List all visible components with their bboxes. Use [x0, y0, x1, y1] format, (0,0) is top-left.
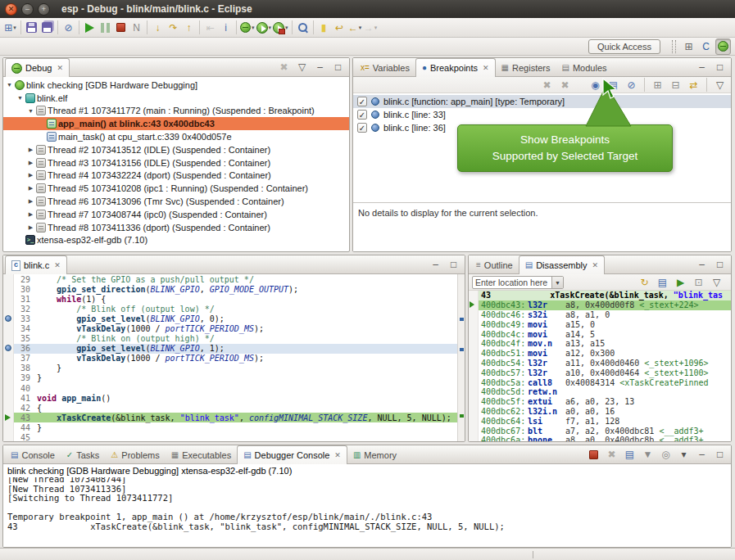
- tab-debug[interactable]: Debug✕: [5, 58, 70, 77]
- save-button[interactable]: [24, 20, 39, 36]
- maximize-window-button[interactable]: +: [38, 3, 50, 16]
- disassembly-row[interactable]: 400dbc51:movia12, 0x300: [469, 349, 731, 359]
- maximize-button[interactable]: □: [712, 256, 728, 273]
- code-line[interactable]: 31 while(1) {: [3, 294, 457, 304]
- sync-with-pc-button[interactable]: ▶: [673, 274, 688, 291]
- code-line[interactable]: 42{: [3, 403, 457, 413]
- expand-arrow-icon[interactable]: ▶: [26, 147, 35, 153]
- save-all-button[interactable]: [39, 20, 55, 36]
- editor-annotation-ruler[interactable]: [3, 274, 14, 284]
- new-wizard-button[interactable]: ⊞▾: [2, 20, 18, 36]
- debug-tree-row[interactable]: ▶Thread #4 1073432224 (dport) (Suspended…: [3, 169, 349, 183]
- code-line[interactable]: 43 xTaskCreate(&blink_task, "blink_task"…: [3, 413, 457, 422]
- terminate-button[interactable]: [586, 446, 601, 463]
- expand-all-button[interactable]: ⊞: [650, 77, 665, 93]
- link-with-debug-view-button[interactable]: ⇄: [686, 77, 701, 93]
- editor-annotation-ruler[interactable]: [3, 344, 14, 354]
- debug-tree-row[interactable]: ▼blink.elf: [3, 92, 349, 105]
- tab-registers[interactable]: ▦Registers: [496, 59, 556, 76]
- editor-annotation-ruler[interactable]: [3, 354, 14, 364]
- expand-arrow-icon[interactable]: ▶: [26, 160, 35, 166]
- location-input[interactable]: [473, 278, 551, 287]
- debug-tree-row[interactable]: ▼blink checking [GDB Hardware Debugging]: [3, 79, 349, 92]
- code-line[interactable]: 29 /* Set the GPIO as a push/pull output…: [3, 274, 457, 284]
- tab-console[interactable]: ▤Console: [5, 446, 61, 463]
- minimize-window-button[interactable]: –: [21, 3, 34, 16]
- disassembly-row[interactable]: 400dbc64:lsif7, a1, 128: [469, 416, 731, 426]
- clear-console-button[interactable]: ▤: [622, 446, 637, 463]
- editor-annotation-ruler[interactable]: [3, 373, 14, 383]
- editor-annotation-ruler[interactable]: [3, 323, 14, 333]
- expand-arrow-icon[interactable]: ▶: [26, 211, 35, 218]
- disassembly-row[interactable]: 400dbc54:l32ra11, 0x400d0460 <_stext+109…: [469, 359, 731, 368]
- scroll-lock-button[interactable]: ▼: [640, 446, 656, 463]
- view-menu-button[interactable]: ▽: [709, 274, 724, 291]
- overview-mark-current-line[interactable]: [460, 414, 464, 418]
- expand-arrow-icon[interactable]: ▶: [26, 198, 35, 205]
- maximize-button[interactable]: □: [712, 59, 728, 75]
- debug-tree-row[interactable]: ▶Thread #8 1073411336 (dport) (Suspended…: [3, 221, 349, 234]
- editor-annotation-ruler[interactable]: [3, 314, 14, 323]
- disassembly-row[interactable]: 43 xTaskCreate(&blink_task, "blink_tas: [469, 291, 731, 300]
- location-combo[interactable]: ▼: [472, 276, 564, 289]
- code-line[interactable]: 44}: [3, 422, 457, 432]
- editor-annotation-ruler[interactable]: [3, 334, 14, 344]
- debug-tree-row[interactable]: ▶Thread #5 1073410208 (ipc1 : Running) (…: [3, 182, 349, 195]
- show-source-button[interactable]: ▤: [655, 274, 670, 291]
- suspend-button[interactable]: [98, 20, 113, 36]
- overview-mark-breakpoint[interactable]: [460, 348, 464, 351]
- tab-variables[interactable]: x=Variables: [355, 59, 415, 76]
- minimize-button[interactable]: –: [694, 256, 710, 273]
- code-line[interactable]: 37 vTaskDelay(1000 / portTICK_PERIOD_MS)…: [3, 354, 457, 364]
- external-tools-button[interactable]: ▾: [272, 20, 289, 36]
- step-return-button[interactable]: ↑: [181, 20, 197, 36]
- debug-tree-row[interactable]: ▶Thread #2 1073413512 (IDLE) (Suspended …: [3, 143, 349, 156]
- view-menu-button[interactable]: ▽: [712, 77, 728, 93]
- tab-breakpoints[interactable]: ●Breakpoints✕: [415, 58, 496, 77]
- quick-access-button[interactable]: Quick Access: [588, 39, 660, 54]
- disassembly-row[interactable]: 400dbc5f:extuia6, a0, 23, 13: [469, 397, 731, 407]
- step-into-button[interactable]: ↓: [150, 20, 166, 36]
- forward-button[interactable]: →▾: [363, 20, 379, 36]
- editor-annotation-ruler[interactable]: [3, 304, 14, 314]
- display-selected-console-button[interactable]: ▾: [676, 446, 692, 463]
- terminate-button[interactable]: [113, 20, 129, 36]
- console-output[interactable]: [New Thread 1073408744][New Thread 10734…: [3, 477, 731, 547]
- skip-all-breakpoints-button[interactable]: ⊘: [61, 20, 76, 36]
- tab-problems[interactable]: ⚠Problems: [105, 446, 165, 463]
- combo-dropdown-icon[interactable]: ▼: [551, 277, 563, 288]
- debug-button[interactable]: ▾: [239, 20, 256, 36]
- back-button[interactable]: ←▾: [347, 20, 363, 36]
- code-line[interactable]: 35 /* Blink on (output high) */: [3, 334, 457, 344]
- last-edit-location-button[interactable]: ↩: [332, 20, 347, 36]
- close-tab-icon[interactable]: ✕: [54, 261, 61, 269]
- disassembly-row[interactable]: 400dbc62:l32i.na0, a0, 16: [469, 407, 731, 417]
- close-tab-icon[interactable]: ✕: [57, 64, 63, 72]
- debug-tree-row[interactable]: ▶Thread #3 1073413156 (IDLE) (Suspended …: [3, 156, 349, 169]
- editor-annotation-ruler[interactable]: [3, 393, 14, 403]
- debug-perspective-button[interactable]: [715, 38, 731, 55]
- code-line[interactable]: 38 }: [3, 364, 457, 373]
- editor-annotation-ruler[interactable]: [3, 433, 14, 442]
- minimize-button[interactable]: –: [694, 59, 710, 75]
- minimize-button[interactable]: –: [428, 256, 443, 273]
- overview-ruler[interactable]: [457, 274, 465, 441]
- disassembly-row[interactable]: 400dbc5d:retw.n: [469, 387, 731, 397]
- code-line[interactable]: 36 gpio_set_level(BLINK_GPIO, 1);: [3, 344, 457, 354]
- disassembly-row[interactable]: 400dbc67:blta7, a2, 0x400dbc81 <__addf3+: [469, 426, 731, 436]
- track-expression-button[interactable]: ⊡: [691, 274, 706, 291]
- instruction-stepping-button[interactable]: i: [218, 20, 234, 36]
- debug-tree-row[interactable]: ▶Thread #7 1073408744 (ipc0) (Suspended …: [3, 208, 349, 221]
- expand-arrow-icon[interactable]: ▼: [5, 82, 14, 88]
- code-line[interactable]: 39}: [3, 373, 457, 383]
- disassembly-row[interactable]: 400dbc57:l32ra10, 0x400d0464 <_stext+110…: [469, 368, 731, 377]
- remove-selected-breakpoint-button[interactable]: ✖: [539, 77, 555, 93]
- breakpoint-checkbox[interactable]: ✓: [357, 97, 367, 106]
- tab-tasks[interactable]: ✓Tasks: [61, 446, 106, 463]
- code-line[interactable]: 45: [3, 433, 457, 442]
- breakpoint-marker-icon[interactable]: [5, 345, 11, 351]
- tab-disassembly[interactable]: ▤Disassembly✕: [519, 255, 605, 274]
- search-button[interactable]: [295, 20, 311, 36]
- disconnect-button[interactable]: N: [129, 20, 144, 36]
- maximize-button[interactable]: □: [330, 59, 346, 75]
